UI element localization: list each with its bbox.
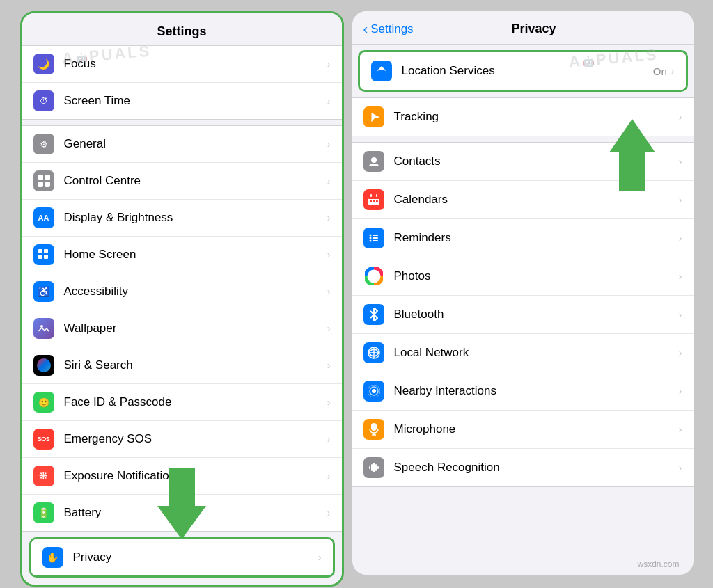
reminders-label: Reminders <box>394 231 679 245</box>
accessibility-icon: ♿ <box>33 281 54 302</box>
nearby-label: Nearby Interactions <box>394 384 679 398</box>
sidebar-item-general[interactable]: ⚙ General › <box>22 126 342 163</box>
location-value: On <box>653 65 667 77</box>
sidebar-item-privacy[interactable]: ✋ Privacy › <box>31 539 333 575</box>
wsxdn-watermark: wsxdn.com <box>637 559 679 569</box>
sos-icon: SOS <box>33 429 54 450</box>
reminders-icon <box>363 228 384 248</box>
svg-point-19 <box>369 240 371 242</box>
display-icon: AA <box>33 207 54 228</box>
svg-rect-11 <box>376 194 377 197</box>
focus-chevron: › <box>327 58 331 70</box>
localnet-row[interactable]: Local Network › <box>352 334 694 372</box>
arrow-down-indicator <box>157 468 206 539</box>
location-icon <box>371 61 392 81</box>
general-icon: ⚙ <box>33 134 54 154</box>
svg-rect-18 <box>373 237 378 239</box>
screentime-icon: ⏱ <box>33 90 54 111</box>
svg-rect-10 <box>370 194 372 197</box>
back-label: Settings <box>370 22 413 36</box>
calendars-icon <box>363 189 384 210</box>
privacy-highlighted: ✋ Privacy › <box>29 537 335 578</box>
svg-point-7 <box>371 157 377 163</box>
sos-label: Emergency SOS <box>64 432 327 446</box>
svg-rect-2 <box>38 255 42 259</box>
svg-point-26 <box>372 389 376 393</box>
microphone-label: Microphone <box>394 422 679 436</box>
siri-icon <box>33 355 54 376</box>
wallpaper-label: Wallpaper <box>64 321 327 335</box>
location-services-row[interactable]: Location Services On › <box>358 50 688 92</box>
privacy-header: ‹ Settings Privacy <box>352 11 694 45</box>
sidebar-item-siri[interactable]: Siri & Search › <box>22 347 342 384</box>
sidebar-item-focus[interactable]: 🌙 Focus › <box>22 46 342 83</box>
location-services-item[interactable]: Location Services On › <box>360 52 686 90</box>
photos-label: Photos <box>394 269 679 283</box>
privacy-panel: ‹ Settings Privacy Location Services <box>352 11 694 575</box>
svg-rect-9 <box>368 196 379 199</box>
microphone-icon <box>363 419 384 440</box>
svg-rect-13 <box>373 200 375 202</box>
focus-label: Focus <box>64 57 327 71</box>
bluetooth-icon <box>363 304 384 325</box>
microphone-row[interactable]: Microphone › <box>352 411 694 449</box>
general-label: General <box>64 137 327 151</box>
sidebar-item-controlcentre[interactable]: Control Centre › <box>22 163 342 200</box>
sidebar-item-sos[interactable]: SOS Emergency SOS › <box>22 421 342 458</box>
calendars-label: Calendars <box>394 193 679 207</box>
back-button[interactable]: ‹ Settings <box>363 21 414 37</box>
sidebar-item-display[interactable]: AA Display & Brightness › <box>22 200 342 237</box>
photos-row[interactable]: Photos › <box>352 257 694 296</box>
privacy-panel-wrapper: ‹ Settings Privacy Location Services <box>352 11 694 575</box>
svg-rect-34 <box>373 463 375 472</box>
sidebar-item-homescreen[interactable]: Home Screen › <box>22 237 342 273</box>
faceid-icon: 🙂 <box>33 392 54 413</box>
sidebar-item-wallpaper[interactable]: Wallpaper › <box>22 310 342 347</box>
svg-rect-3 <box>44 255 48 259</box>
svg-point-17 <box>369 237 371 239</box>
speech-icon <box>363 457 384 478</box>
sidebar-item-accessibility[interactable]: ♿ Accessibility › <box>22 273 342 310</box>
bluetooth-label: Bluetooth <box>394 308 679 321</box>
bluetooth-row[interactable]: Bluetooth › <box>352 296 694 334</box>
svg-rect-29 <box>371 423 377 431</box>
sidebar-item-screentime[interactable]: ⏱ Screen Time › <box>22 83 342 119</box>
svg-marker-6 <box>368 111 380 122</box>
controlcentre-label: Control Centre <box>64 174 327 188</box>
battery-icon: 🔋 <box>33 502 54 523</box>
svg-rect-36 <box>377 466 379 469</box>
exposure-icon: ❋ <box>33 466 54 486</box>
svg-rect-16 <box>373 235 378 236</box>
focus-icon: 🌙 <box>33 54 54 74</box>
screentime-chevron: › <box>327 95 331 106</box>
contacts-icon <box>363 151 384 172</box>
location-label: Location Services <box>402 64 653 78</box>
svg-rect-0 <box>38 249 42 253</box>
homescreen-label: Home Screen <box>64 248 327 262</box>
settings-title: Settings <box>22 13 342 45</box>
speech-label: Speech Recognition <box>394 461 679 475</box>
svg-point-15 <box>369 235 371 237</box>
photos-icon <box>363 266 384 287</box>
sidebar-item-faceid[interactable]: 🙂 Face ID & Passcode › <box>22 384 342 421</box>
privacy-icon: ✋ <box>42 547 63 568</box>
nearby-icon <box>363 381 384 402</box>
svg-rect-20 <box>373 240 378 241</box>
reminders-row[interactable]: Reminders › <box>352 219 694 257</box>
localnet-icon <box>363 342 384 363</box>
svg-rect-33 <box>371 464 373 471</box>
localnet-label: Local Network <box>394 346 679 360</box>
siri-label: Siri & Search <box>64 358 327 372</box>
settings-group-top: 🌙 Focus › ⏱ Screen Time › <box>22 45 342 120</box>
nearby-row[interactable]: Nearby Interactions › <box>352 372 694 411</box>
privacy-label: Privacy <box>73 550 318 564</box>
screentime-label: Screen Time <box>64 94 327 108</box>
privacy-main-section: Contacts › <box>352 142 694 487</box>
svg-point-22 <box>370 273 377 280</box>
controlcentre-icon <box>33 170 54 191</box>
svg-rect-35 <box>375 464 377 471</box>
privacy-title: Privacy <box>414 22 655 36</box>
tracking-icon <box>363 106 384 127</box>
location-chevron: › <box>671 65 675 77</box>
speech-row[interactable]: Speech Recognition › <box>352 449 694 486</box>
